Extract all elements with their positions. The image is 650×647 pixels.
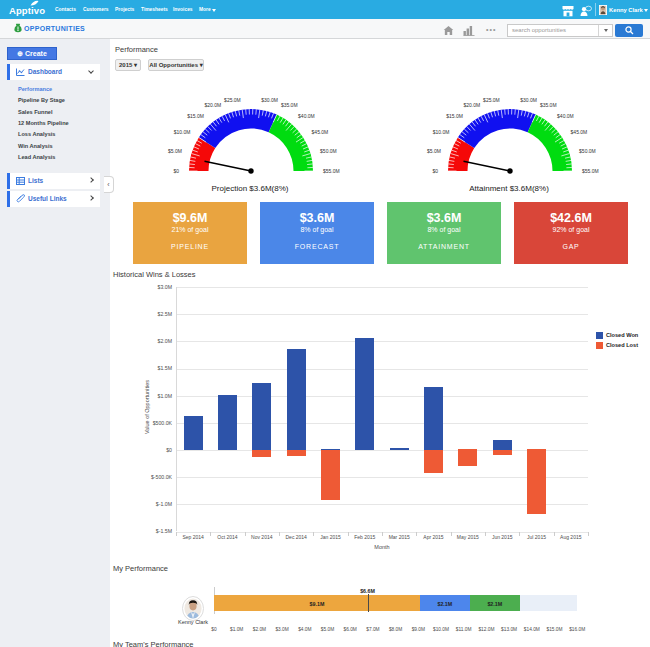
svg-text:$10.0M: $10.0M	[173, 129, 190, 135]
svg-text:$50.0M: $50.0M	[579, 148, 596, 154]
svg-text:$15.0M: $15.0M	[446, 113, 463, 119]
svg-text:$35.0M: $35.0M	[280, 102, 297, 108]
svg-text:$30.0M: $30.0M	[520, 97, 537, 103]
svg-text:$45.0M: $45.0M	[311, 129, 328, 135]
svg-text:$55.0M: $55.0M	[582, 168, 599, 174]
svg-text:$55.0M: $55.0M	[323, 168, 340, 174]
svg-text:$40.0M: $40.0M	[298, 113, 315, 119]
svg-text:$0: $0	[173, 168, 179, 174]
svg-text:$45.0M: $45.0M	[570, 129, 587, 135]
svg-text:$5.0M: $5.0M	[167, 148, 181, 154]
svg-text:$10.0M: $10.0M	[432, 129, 449, 135]
svg-text:$20.0M: $20.0M	[463, 102, 480, 108]
svg-text:$50.0M: $50.0M	[320, 148, 337, 154]
svg-text:$25.0M: $25.0M	[483, 97, 500, 103]
svg-text:$20.0M: $20.0M	[204, 102, 221, 108]
svg-text:$0: $0	[432, 168, 438, 174]
svg-text:$25.0M: $25.0M	[224, 97, 241, 103]
svg-text:$15.0M: $15.0M	[187, 113, 204, 119]
svg-text:$35.0M: $35.0M	[539, 102, 556, 108]
svg-text:$40.0M: $40.0M	[557, 113, 574, 119]
svg-text:$5.0M: $5.0M	[426, 148, 440, 154]
svg-text:$30.0M: $30.0M	[261, 97, 278, 103]
